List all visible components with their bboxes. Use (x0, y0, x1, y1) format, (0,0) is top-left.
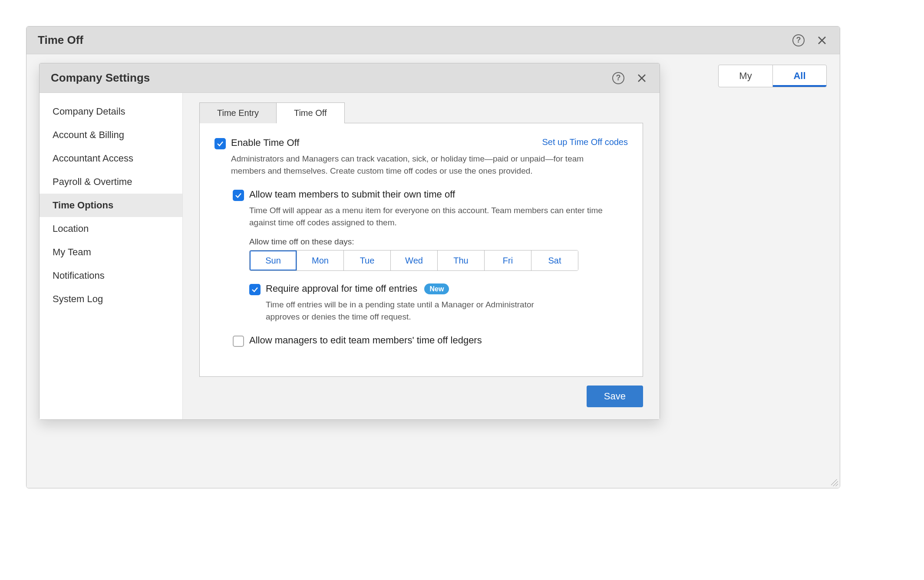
setup-time-off-codes-link[interactable]: Set up Time Off codes (542, 137, 628, 147)
sidebar-item-payroll-overtime[interactable]: Payroll & Overtime (40, 170, 182, 194)
sidebar-item-company-details[interactable]: Company Details (40, 100, 182, 123)
tab-time-entry[interactable]: Time Entry (199, 102, 277, 123)
require-approval-text: Require approval for time off entries (266, 283, 417, 294)
allow-submit-desc: Time Off will appear as a menu item for … (249, 204, 605, 228)
company-settings-dialog: Company Settings ? Company Details Accou… (39, 63, 660, 420)
view-toggle-my[interactable]: My (719, 65, 772, 87)
time-tabs: Time Entry Time Off (199, 102, 643, 123)
save-button[interactable]: Save (587, 386, 643, 407)
sidebar-item-notifications[interactable]: Notifications (40, 264, 182, 287)
allow-submit-checkbox[interactable] (233, 190, 244, 201)
outer-body: My All Company Settings ? (26, 54, 840, 488)
help-icon[interactable]: ? (612, 72, 625, 85)
view-toggle-all[interactable]: All (772, 65, 826, 87)
enable-time-off-desc: Administrators and Managers can track va… (231, 153, 587, 177)
require-approval-desc: Time off entries will be in a pending st… (266, 299, 544, 323)
day-tue[interactable]: Tue (343, 250, 390, 270)
enable-time-off-label: Enable Time Off (231, 137, 299, 148)
resize-grip-icon[interactable] (831, 479, 838, 486)
tab-time-off[interactable]: Time Off (276, 102, 345, 123)
allow-manager-edit-checkbox[interactable] (233, 336, 244, 347)
day-wed[interactable]: Wed (390, 250, 437, 270)
day-sun[interactable]: Sun (250, 250, 297, 270)
allow-submit-label: Allow team members to submit their own t… (249, 189, 455, 200)
close-outer-button[interactable] (815, 34, 828, 47)
sidebar-item-account-billing[interactable]: Account & Billing (40, 123, 182, 147)
allow-days-label: Allow time off on these days: (249, 237, 628, 247)
help-icon[interactable]: ? (792, 34, 805, 47)
day-thu[interactable]: Thu (437, 250, 484, 270)
enable-time-off-checkbox[interactable] (214, 138, 226, 149)
time-off-panel: Enable Time Off Set up Time Off codes Ad… (199, 123, 643, 377)
sidebar-item-system-log[interactable]: System Log (40, 287, 182, 311)
day-mon[interactable]: Mon (297, 250, 343, 270)
require-approval-checkbox[interactable] (249, 284, 261, 295)
dialog-title: Company Settings (51, 71, 150, 85)
new-badge: New (424, 283, 449, 294)
sidebar-item-time-options[interactable]: Time Options (40, 194, 182, 217)
settings-sidebar: Company Details Account & Billing Accoun… (40, 93, 183, 419)
sidebar-item-my-team[interactable]: My Team (40, 241, 182, 264)
sidebar-item-location[interactable]: Location (40, 217, 182, 241)
day-sat[interactable]: Sat (531, 250, 578, 270)
close-dialog-button[interactable] (635, 72, 648, 85)
settings-content: Time Entry Time Off (183, 93, 660, 419)
require-approval-label: Require approval for time off entries Ne… (266, 283, 449, 294)
view-toggle: My All (718, 65, 827, 87)
day-fri[interactable]: Fri (484, 250, 531, 270)
dialog-header: Company Settings ? (40, 63, 660, 93)
allow-manager-edit-label: Allow managers to edit team members' tim… (249, 335, 482, 346)
outer-window: Time Off ? My All Company Settings (26, 26, 840, 488)
sidebar-item-accountant-access[interactable]: Accountant Access (40, 147, 182, 170)
day-picker: Sun Mon Tue Wed Thu Fri Sat (249, 250, 578, 271)
outer-title: Time Off (38, 33, 83, 47)
outer-header: Time Off ? (26, 26, 840, 54)
